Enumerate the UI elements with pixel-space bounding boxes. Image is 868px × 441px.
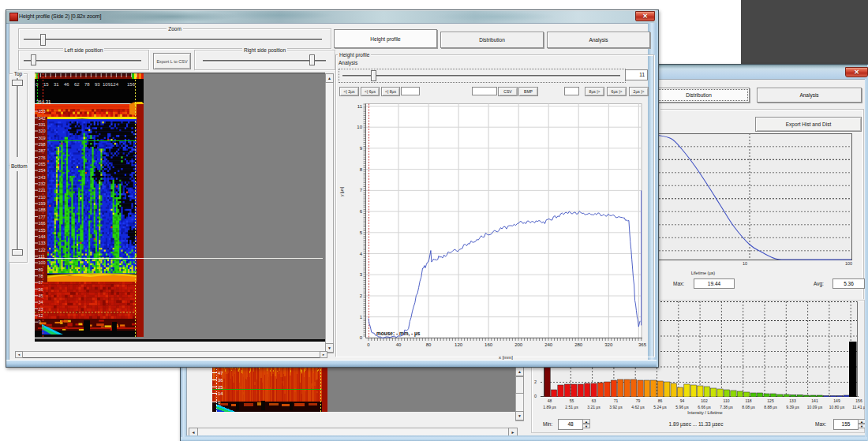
svg-text:80: 80 <box>426 342 432 347</box>
svg-text:331: 331 <box>39 122 46 127</box>
svg-text:287: 287 <box>39 148 46 153</box>
svg-text:199: 199 <box>39 201 46 206</box>
svg-text:0: 0 <box>360 335 363 340</box>
svg-text:4: 4 <box>360 252 363 256</box>
svg-text:232: 232 <box>39 181 46 186</box>
svg-text:166: 166 <box>39 221 46 226</box>
svg-text:3: 3 <box>360 272 363 277</box>
svg-text:1: 1 <box>360 315 363 320</box>
svg-text:254: 254 <box>39 168 46 173</box>
svg-text:7: 7 <box>360 188 363 192</box>
svg-text:365: 365 <box>638 342 647 347</box>
svg-text:144: 144 <box>39 234 46 239</box>
svg-text:78: 78 <box>84 82 90 87</box>
svg-text:221: 221 <box>39 188 46 192</box>
svg-text:23: 23 <box>39 307 43 312</box>
svg-text:34: 34 <box>39 300 43 305</box>
svg-text:12: 12 <box>39 313 43 318</box>
svg-text:210: 210 <box>39 195 46 200</box>
svg-text:320: 320 <box>39 129 46 133</box>
svg-text:160: 160 <box>485 342 493 347</box>
svg-text:6: 6 <box>360 209 363 214</box>
svg-text:120: 120 <box>455 342 463 347</box>
svg-text:8: 8 <box>360 167 363 172</box>
svg-text:276: 276 <box>39 155 46 160</box>
svg-text:56: 56 <box>39 287 43 292</box>
svg-text:320: 320 <box>604 342 613 347</box>
svg-text:9: 9 <box>360 146 363 151</box>
svg-text:133: 133 <box>39 241 46 245</box>
svg-text:36: 36 <box>218 378 223 383</box>
svg-text:89: 89 <box>39 267 43 272</box>
svg-text:177: 177 <box>39 215 46 219</box>
svg-text:15: 15 <box>43 82 49 87</box>
svg-text:188: 188 <box>39 207 46 212</box>
svg-text:265: 265 <box>39 162 46 166</box>
svg-text:353: 353 <box>39 109 46 114</box>
svg-text:45: 45 <box>39 293 43 298</box>
svg-text:240: 240 <box>544 342 553 347</box>
svg-text:0: 0 <box>39 320 41 324</box>
svg-text:14: 14 <box>218 391 223 396</box>
svg-text:10: 10 <box>357 125 362 129</box>
svg-text:31: 31 <box>54 82 59 87</box>
svg-text:280: 280 <box>574 342 583 347</box>
svg-text:0: 0 <box>367 342 370 347</box>
svg-text:x [mm]: x [mm] <box>499 355 513 360</box>
svg-text:298: 298 <box>39 142 46 147</box>
svg-text:78: 78 <box>39 274 43 278</box>
svg-text:62: 62 <box>74 82 80 87</box>
svg-text:47: 47 <box>218 371 223 376</box>
svg-text:93: 93 <box>95 82 100 87</box>
svg-text:11: 11 <box>357 104 363 109</box>
svg-text:2: 2 <box>360 293 363 298</box>
svg-text:40: 40 <box>396 342 402 347</box>
svg-text:5: 5 <box>360 230 363 235</box>
svg-text:155: 155 <box>39 228 46 233</box>
svg-text:364.31: 364.31 <box>36 99 51 104</box>
svg-text:122: 122 <box>39 248 46 252</box>
svg-text:67: 67 <box>39 280 43 285</box>
svg-text:309: 309 <box>39 136 46 140</box>
svg-text:243: 243 <box>39 175 46 180</box>
svg-text:156: 156 <box>127 82 136 87</box>
svg-text:46: 46 <box>64 82 69 87</box>
svg-text:124: 124 <box>110 82 119 87</box>
svg-text:200: 200 <box>514 342 523 347</box>
svg-text:342: 342 <box>39 116 46 121</box>
svg-text:100: 100 <box>39 260 46 265</box>
